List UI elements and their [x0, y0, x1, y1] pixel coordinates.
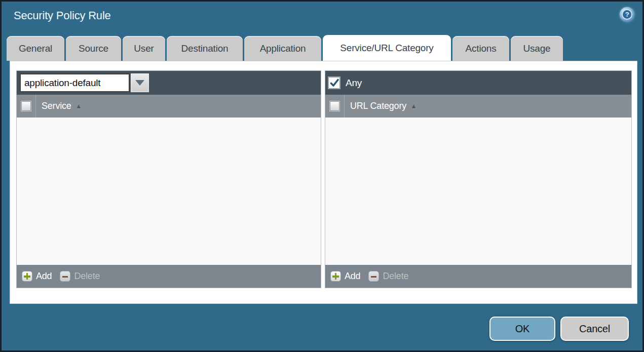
tab-actions[interactable]: Actions — [452, 36, 509, 61]
tab-bar: General Source User Destination Applicat… — [7, 35, 563, 61]
service-column-label[interactable]: Service — [42, 101, 71, 111]
service-add-button[interactable]: Add — [36, 271, 52, 282]
service-type-dropdown-input[interactable] — [20, 73, 130, 92]
help-icon[interactable]: ? — [620, 7, 634, 22]
add-icon[interactable] — [22, 271, 32, 282]
url-category-select-all-checkbox[interactable] — [330, 101, 339, 111]
ok-button[interactable]: OK — [489, 317, 555, 341]
url-category-select-all-cell — [325, 95, 345, 118]
url-category-delete-button: Delete — [383, 271, 408, 282]
service-select-all-cell — [17, 95, 36, 118]
service-list-body[interactable] — [17, 118, 321, 265]
url-category-column-header: URL Category ▲ — [325, 95, 631, 118]
security-policy-rule-dialog: Security Policy Rule ? General Source Us… — [0, 0, 644, 352]
add-icon[interactable] — [330, 271, 341, 282]
sort-ascending-icon[interactable]: ▲ — [75, 102, 82, 110]
url-category-panel-footer: Add Delete — [325, 265, 631, 288]
help-question-glyph: ? — [622, 9, 632, 20]
dialog-title: Security Policy Rule — [14, 9, 111, 22]
cancel-button[interactable]: Cancel — [560, 317, 629, 341]
any-checkbox[interactable] — [328, 77, 340, 89]
url-category-column-label[interactable]: URL Category — [350, 101, 406, 111]
tab-destination[interactable]: Destination — [167, 36, 243, 61]
service-type-dropdown-button[interactable] — [131, 73, 149, 92]
any-label[interactable]: Any — [346, 77, 362, 89]
sort-ascending-icon[interactable]: ▲ — [410, 102, 417, 110]
url-category-list-body[interactable] — [325, 118, 631, 265]
url-category-panel: Any URL Category ▲ Add Delete — [325, 70, 632, 288]
tab-source[interactable]: Source — [66, 36, 121, 61]
tab-application[interactable]: Application — [244, 36, 321, 61]
service-select-all-checkbox[interactable] — [21, 101, 31, 111]
service-delete-button: Delete — [74, 271, 100, 282]
service-panel-toolbar — [17, 71, 321, 95]
url-category-add-button[interactable]: Add — [345, 271, 360, 282]
checkmark-icon — [329, 78, 339, 88]
service-panel-footer: Add Delete — [17, 265, 321, 288]
service-column-header: Service ▲ — [17, 95, 321, 118]
tab-service-url-category[interactable]: Service/URL Category — [323, 35, 451, 61]
url-category-panel-toolbar: Any — [325, 71, 631, 95]
tab-usage[interactable]: Usage — [511, 36, 563, 61]
delete-icon — [368, 271, 379, 282]
delete-icon — [60, 271, 70, 282]
chevron-down-icon — [135, 80, 144, 86]
tab-content-area: Service ▲ Add Delete Any — [10, 61, 637, 304]
tab-user[interactable]: User — [123, 36, 165, 61]
service-panel: Service ▲ Add Delete — [16, 70, 321, 288]
tab-general[interactable]: General — [7, 36, 64, 61]
